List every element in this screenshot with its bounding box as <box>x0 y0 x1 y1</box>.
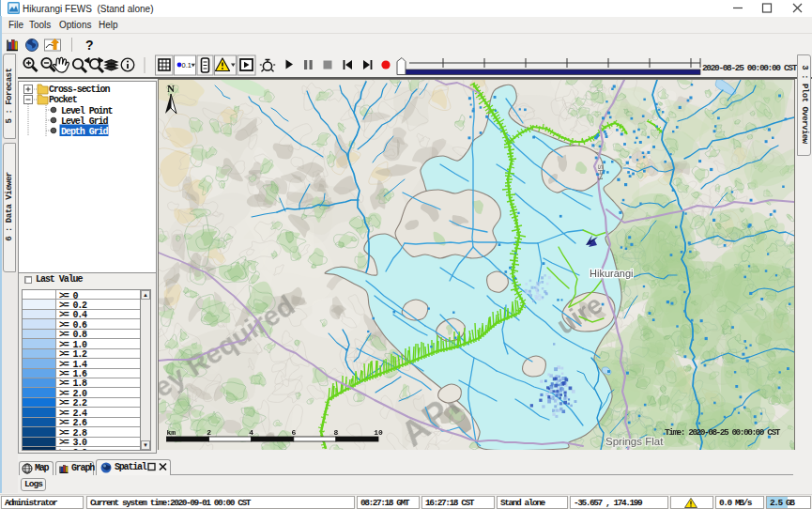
svg-text:2: 2 <box>207 428 211 437</box>
svg-text:?: ? <box>85 38 94 53</box>
svg-text:0.1: 0.1 <box>182 61 192 69</box>
svg-text:N: N <box>167 83 175 94</box>
svg-text:SH 1: SH 1 <box>596 164 605 181</box>
svg-text:2020-08-25 00:00:00 CST: 2020-08-25 00:00:00 CST <box>702 63 798 73</box>
svg-text:4: 4 <box>249 428 253 437</box>
svg-text:6: 6 <box>291 428 296 437</box>
svg-text:Hikurangi: Hikurangi <box>590 268 633 279</box>
svg-text:Time: 2020-08-25 00:00:00 CST: Time: 2020-08-25 00:00:00 CST <box>665 427 781 438</box>
svg-text:Springs Flat: Springs Flat <box>605 436 664 447</box>
svg-text:10: 10 <box>374 428 383 437</box>
svg-text:km: km <box>167 428 176 437</box>
svg-text:8: 8 <box>333 428 338 437</box>
